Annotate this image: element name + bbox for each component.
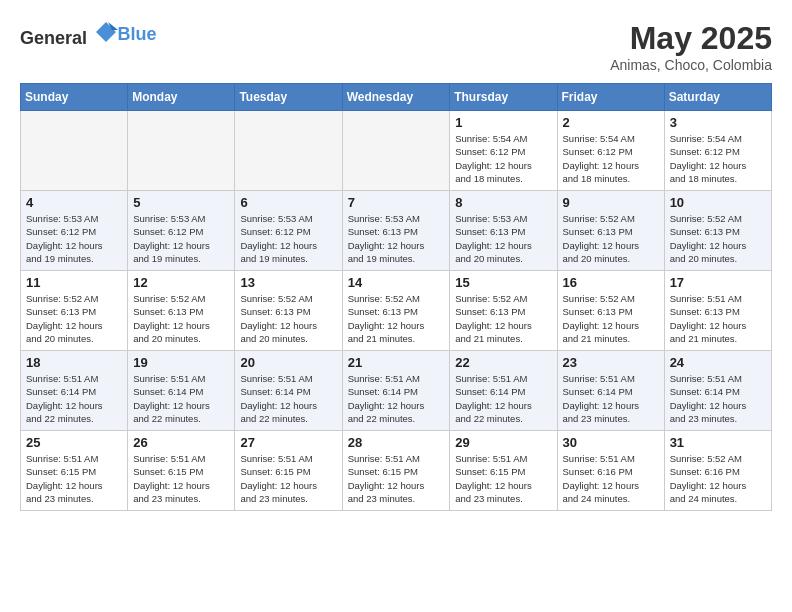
calendar-cell [342, 111, 450, 191]
calendar-cell: 14Sunrise: 5:52 AM Sunset: 6:13 PM Dayli… [342, 271, 450, 351]
calendar-cell: 19Sunrise: 5:51 AM Sunset: 6:14 PM Dayli… [128, 351, 235, 431]
day-number: 13 [240, 275, 336, 290]
day-info: Sunrise: 5:52 AM Sunset: 6:13 PM Dayligh… [670, 212, 766, 265]
calendar-cell: 27Sunrise: 5:51 AM Sunset: 6:15 PM Dayli… [235, 431, 342, 511]
day-number: 25 [26, 435, 122, 450]
calendar-cell: 17Sunrise: 5:51 AM Sunset: 6:13 PM Dayli… [664, 271, 771, 351]
header: General Blue May 2025 Animas, Choco, Col… [20, 20, 772, 73]
calendar-cell: 25Sunrise: 5:51 AM Sunset: 6:15 PM Dayli… [21, 431, 128, 511]
calendar-cell: 2Sunrise: 5:54 AM Sunset: 6:12 PM Daylig… [557, 111, 664, 191]
day-info: Sunrise: 5:51 AM Sunset: 6:14 PM Dayligh… [563, 372, 659, 425]
day-number: 21 [348, 355, 445, 370]
day-number: 6 [240, 195, 336, 210]
day-number: 12 [133, 275, 229, 290]
day-info: Sunrise: 5:52 AM Sunset: 6:13 PM Dayligh… [455, 292, 551, 345]
weekday-header-tuesday: Tuesday [235, 84, 342, 111]
logo-general-text: General [20, 28, 87, 48]
calendar-cell: 28Sunrise: 5:51 AM Sunset: 6:15 PM Dayli… [342, 431, 450, 511]
logo: General Blue [20, 20, 157, 49]
day-number: 23 [563, 355, 659, 370]
calendar-title: May 2025 [610, 20, 772, 57]
day-number: 3 [670, 115, 766, 130]
weekday-header-sunday: Sunday [21, 84, 128, 111]
calendar-cell: 8Sunrise: 5:53 AM Sunset: 6:13 PM Daylig… [450, 191, 557, 271]
weekday-header-thursday: Thursday [450, 84, 557, 111]
day-number: 26 [133, 435, 229, 450]
day-info: Sunrise: 5:51 AM Sunset: 6:15 PM Dayligh… [133, 452, 229, 505]
calendar-cell: 31Sunrise: 5:52 AM Sunset: 6:16 PM Dayli… [664, 431, 771, 511]
day-info: Sunrise: 5:52 AM Sunset: 6:13 PM Dayligh… [563, 212, 659, 265]
day-number: 19 [133, 355, 229, 370]
calendar-cell: 22Sunrise: 5:51 AM Sunset: 6:14 PM Dayli… [450, 351, 557, 431]
weekday-header-friday: Friday [557, 84, 664, 111]
calendar-cell: 7Sunrise: 5:53 AM Sunset: 6:13 PM Daylig… [342, 191, 450, 271]
day-number: 5 [133, 195, 229, 210]
calendar-week-1: 1Sunrise: 5:54 AM Sunset: 6:12 PM Daylig… [21, 111, 772, 191]
day-info: Sunrise: 5:52 AM Sunset: 6:16 PM Dayligh… [670, 452, 766, 505]
title-area: May 2025 Animas, Choco, Colombia [610, 20, 772, 73]
calendar-week-2: 4Sunrise: 5:53 AM Sunset: 6:12 PM Daylig… [21, 191, 772, 271]
logo-blue-text: Blue [118, 24, 157, 44]
day-number: 28 [348, 435, 445, 450]
day-number: 17 [670, 275, 766, 290]
day-info: Sunrise: 5:53 AM Sunset: 6:12 PM Dayligh… [26, 212, 122, 265]
day-info: Sunrise: 5:52 AM Sunset: 6:13 PM Dayligh… [348, 292, 445, 345]
day-info: Sunrise: 5:51 AM Sunset: 6:14 PM Dayligh… [670, 372, 766, 425]
calendar-cell: 20Sunrise: 5:51 AM Sunset: 6:14 PM Dayli… [235, 351, 342, 431]
calendar-cell: 3Sunrise: 5:54 AM Sunset: 6:12 PM Daylig… [664, 111, 771, 191]
calendar-cell: 11Sunrise: 5:52 AM Sunset: 6:13 PM Dayli… [21, 271, 128, 351]
day-number: 30 [563, 435, 659, 450]
calendar-cell: 23Sunrise: 5:51 AM Sunset: 6:14 PM Dayli… [557, 351, 664, 431]
day-number: 14 [348, 275, 445, 290]
calendar-cell: 18Sunrise: 5:51 AM Sunset: 6:14 PM Dayli… [21, 351, 128, 431]
day-number: 29 [455, 435, 551, 450]
calendar-cell: 9Sunrise: 5:52 AM Sunset: 6:13 PM Daylig… [557, 191, 664, 271]
day-info: Sunrise: 5:53 AM Sunset: 6:12 PM Dayligh… [240, 212, 336, 265]
logo-icon [94, 20, 118, 44]
day-info: Sunrise: 5:51 AM Sunset: 6:14 PM Dayligh… [455, 372, 551, 425]
day-info: Sunrise: 5:54 AM Sunset: 6:12 PM Dayligh… [670, 132, 766, 185]
day-number: 9 [563, 195, 659, 210]
calendar-cell [235, 111, 342, 191]
calendar-cell: 16Sunrise: 5:52 AM Sunset: 6:13 PM Dayli… [557, 271, 664, 351]
day-number: 7 [348, 195, 445, 210]
calendar-body: 1Sunrise: 5:54 AM Sunset: 6:12 PM Daylig… [21, 111, 772, 511]
calendar-cell: 15Sunrise: 5:52 AM Sunset: 6:13 PM Dayli… [450, 271, 557, 351]
calendar-cell: 29Sunrise: 5:51 AM Sunset: 6:15 PM Dayli… [450, 431, 557, 511]
day-info: Sunrise: 5:51 AM Sunset: 6:13 PM Dayligh… [670, 292, 766, 345]
calendar-cell: 6Sunrise: 5:53 AM Sunset: 6:12 PM Daylig… [235, 191, 342, 271]
weekday-header-wednesday: Wednesday [342, 84, 450, 111]
day-number: 24 [670, 355, 766, 370]
calendar-cell: 4Sunrise: 5:53 AM Sunset: 6:12 PM Daylig… [21, 191, 128, 271]
day-number: 4 [26, 195, 122, 210]
calendar-week-5: 25Sunrise: 5:51 AM Sunset: 6:15 PM Dayli… [21, 431, 772, 511]
day-info: Sunrise: 5:51 AM Sunset: 6:15 PM Dayligh… [26, 452, 122, 505]
day-info: Sunrise: 5:52 AM Sunset: 6:13 PM Dayligh… [26, 292, 122, 345]
day-info: Sunrise: 5:51 AM Sunset: 6:14 PM Dayligh… [348, 372, 445, 425]
day-number: 27 [240, 435, 336, 450]
day-number: 15 [455, 275, 551, 290]
day-number: 16 [563, 275, 659, 290]
day-info: Sunrise: 5:51 AM Sunset: 6:14 PM Dayligh… [26, 372, 122, 425]
day-number: 1 [455, 115, 551, 130]
day-number: 2 [563, 115, 659, 130]
weekday-header-monday: Monday [128, 84, 235, 111]
calendar-cell: 1Sunrise: 5:54 AM Sunset: 6:12 PM Daylig… [450, 111, 557, 191]
day-number: 10 [670, 195, 766, 210]
day-number: 18 [26, 355, 122, 370]
calendar-cell: 21Sunrise: 5:51 AM Sunset: 6:14 PM Dayli… [342, 351, 450, 431]
day-info: Sunrise: 5:52 AM Sunset: 6:13 PM Dayligh… [240, 292, 336, 345]
calendar-cell: 12Sunrise: 5:52 AM Sunset: 6:13 PM Dayli… [128, 271, 235, 351]
calendar-cell [21, 111, 128, 191]
calendar-cell: 13Sunrise: 5:52 AM Sunset: 6:13 PM Dayli… [235, 271, 342, 351]
day-info: Sunrise: 5:51 AM Sunset: 6:15 PM Dayligh… [455, 452, 551, 505]
day-info: Sunrise: 5:51 AM Sunset: 6:15 PM Dayligh… [240, 452, 336, 505]
day-info: Sunrise: 5:53 AM Sunset: 6:13 PM Dayligh… [348, 212, 445, 265]
day-number: 22 [455, 355, 551, 370]
day-info: Sunrise: 5:53 AM Sunset: 6:13 PM Dayligh… [455, 212, 551, 265]
calendar-cell: 26Sunrise: 5:51 AM Sunset: 6:15 PM Dayli… [128, 431, 235, 511]
day-number: 20 [240, 355, 336, 370]
calendar-cell: 10Sunrise: 5:52 AM Sunset: 6:13 PM Dayli… [664, 191, 771, 271]
day-info: Sunrise: 5:54 AM Sunset: 6:12 PM Dayligh… [455, 132, 551, 185]
calendar-week-3: 11Sunrise: 5:52 AM Sunset: 6:13 PM Dayli… [21, 271, 772, 351]
